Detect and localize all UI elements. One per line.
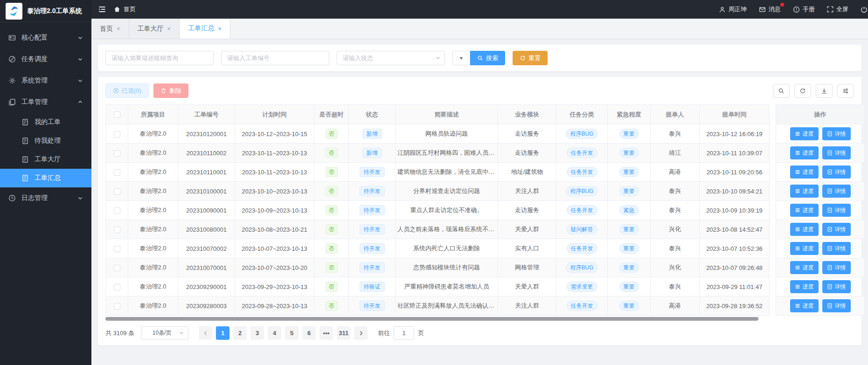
detail-button[interactable]: 详情 (822, 127, 851, 140)
sidebar-subitem-3-2[interactable]: 工单大厅 (0, 150, 91, 169)
sidebar-item-4[interactable]: 日志管理 (0, 187, 91, 209)
detail-button[interactable]: 详情 (822, 280, 851, 293)
category-badge: 任务开发 (567, 205, 597, 215)
page-button-1[interactable]: 1 (216, 326, 229, 340)
sidebar-item-0[interactable]: 核心配置 (0, 27, 91, 48)
logout-button[interactable] (861, 6, 867, 13)
collapse-sidebar-icon[interactable] (98, 5, 106, 14)
detail-button[interactable]: 详情 (822, 185, 851, 198)
page-size-value[interactable] (141, 326, 188, 340)
sidebar-subitem-3-3[interactable]: 工单汇总 (0, 169, 91, 187)
next-page-button[interactable] (354, 326, 368, 340)
row-checkbox[interactable] (114, 265, 120, 271)
row-checkbox[interactable] (114, 303, 120, 310)
goto-page-input[interactable] (394, 326, 414, 340)
row-checkbox[interactable] (114, 131, 120, 138)
table-columns-button[interactable] (837, 84, 854, 98)
user-menu[interactable]: 周正坤 (719, 5, 747, 14)
detail-button[interactable]: 详情 (822, 204, 851, 217)
progress-button[interactable]: 进度 (790, 146, 819, 159)
messages-label: 消息 (769, 5, 781, 14)
detail-button[interactable]: 详情 (822, 146, 851, 159)
detail-button[interactable]: 详情 (822, 299, 851, 312)
close-icon[interactable]: × (117, 25, 120, 32)
select-all-checkbox[interactable] (114, 111, 120, 118)
overtime-badge: 否 (326, 262, 338, 273)
page-button-311[interactable]: 311 (337, 326, 350, 340)
page-size-select[interactable] (141, 326, 188, 340)
page-button-6[interactable]: 6 (302, 326, 316, 340)
page-button-5[interactable]: 5 (285, 326, 299, 340)
sidebar-subitem-3-0[interactable]: 我的工单 (0, 113, 91, 131)
fullscreen-button[interactable]: 全屏 (827, 5, 848, 14)
tab-0[interactable]: 首页× (91, 19, 129, 39)
detail-button-label: 详情 (835, 207, 846, 214)
selected-count-button[interactable]: 已选(0) (105, 83, 149, 98)
table-search-button[interactable] (773, 84, 790, 98)
status-badge: 待开发 (360, 224, 385, 234)
prev-page-button[interactable] (199, 326, 212, 340)
close-icon[interactable]: × (218, 25, 222, 32)
row-checkbox[interactable] (114, 284, 120, 290)
page-button-3[interactable]: 3 (250, 326, 264, 340)
more-pages-button[interactable]: ••• (319, 326, 333, 340)
progress-button[interactable]: 进度 (790, 185, 819, 198)
cell-overtime: 否 (314, 124, 349, 144)
status-select-input[interactable] (337, 51, 445, 65)
row-select-cell (106, 124, 128, 144)
tab-1[interactable]: 工单大厅× (129, 19, 180, 39)
sidebar-item-label: 日志管理 (21, 194, 72, 202)
manual-button[interactable]: 手册 (793, 5, 815, 14)
progress-button[interactable]: 进度 (790, 242, 819, 255)
chevron-down-icon (77, 35, 83, 41)
messages-button[interactable]: 消息 (759, 5, 781, 14)
detail-button-label: 详情 (835, 245, 846, 253)
row-checkbox[interactable] (114, 246, 120, 252)
close-icon[interactable]: × (167, 25, 171, 32)
row-select-cell (106, 258, 128, 277)
cell-urgency: 重要 (608, 144, 651, 163)
search-button[interactable]: 搜索 (470, 51, 505, 65)
tab-2[interactable]: 工单汇总× (180, 19, 230, 39)
column-header-7: 任务分类 (556, 105, 608, 124)
table-export-button[interactable] (816, 84, 833, 98)
detail-button[interactable]: 详情 (822, 242, 851, 255)
sidebar-item-1[interactable]: 任务调度 (0, 48, 91, 70)
order-no-input[interactable] (221, 51, 329, 65)
page-button-4[interactable]: 4 (268, 326, 281, 340)
page-button-2[interactable]: 2 (233, 326, 247, 340)
overtime-badge: 否 (326, 301, 338, 311)
reset-button[interactable]: 重置 (513, 51, 548, 65)
row-checkbox[interactable] (114, 150, 120, 157)
sidebar-item-2[interactable]: 系统管理 (0, 70, 91, 91)
row-checkbox[interactable] (114, 227, 120, 233)
breadcrumb[interactable]: 首页 (114, 5, 136, 14)
detail-button[interactable]: 详情 (822, 165, 851, 179)
table-refresh-button[interactable] (794, 84, 811, 98)
sidebar-item-3[interactable]: 工单管理 (0, 91, 91, 113)
sidebar-subitem-3-1[interactable]: 待我处理 (0, 131, 91, 150)
progress-button-label: 进度 (803, 168, 814, 176)
sidebar-subitem-label: 待我处理 (35, 137, 61, 145)
cell-overtime: 否 (314, 239, 349, 258)
progress-button[interactable]: 进度 (790, 127, 819, 140)
progress-button[interactable]: 进度 (790, 261, 819, 274)
progress-button[interactable]: 进度 (790, 223, 819, 236)
row-checkbox[interactable] (114, 169, 120, 176)
desc-search-input[interactable] (105, 51, 214, 65)
progress-button[interactable]: 进度 (790, 204, 819, 217)
fixed-column-gap (770, 105, 776, 124)
search-mode-dropdown[interactable] (452, 51, 470, 65)
progress-button[interactable]: 进度 (790, 165, 819, 179)
progress-button[interactable]: 进度 (790, 299, 819, 312)
horizontal-scrollbar[interactable] (105, 317, 758, 321)
delete-button[interactable]: 删除 (153, 83, 188, 98)
progress-button[interactable]: 进度 (790, 280, 819, 293)
row-checkbox[interactable] (114, 188, 120, 195)
status-select[interactable] (337, 51, 445, 65)
category-badge: 任务开发 (567, 301, 597, 311)
detail-button[interactable]: 详情 (822, 223, 851, 236)
detail-button[interactable]: 详情 (822, 261, 851, 274)
detail-button-label: 详情 (835, 149, 846, 157)
row-checkbox[interactable] (114, 207, 120, 214)
